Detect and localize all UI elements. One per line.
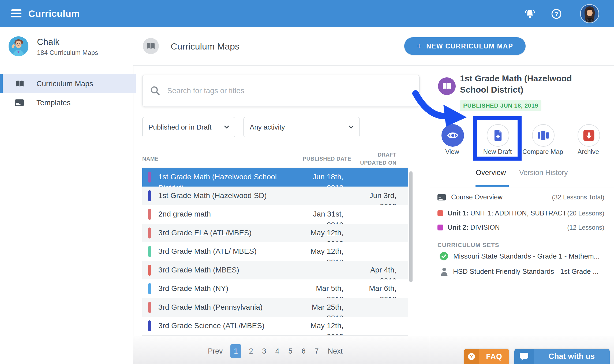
table-scrollbar[interactable] xyxy=(409,171,413,282)
active-tab-underline xyxy=(476,185,509,187)
pagination-page-active[interactable]: 1 xyxy=(230,344,241,358)
pagination-page[interactable]: 3 xyxy=(262,347,266,355)
row-color-bar xyxy=(148,246,151,257)
table-row[interactable]: 3rd Grade Math (NY) Mar 5th, 2019 Mar 6t… xyxy=(142,279,408,298)
pagination-prev[interactable]: Prev xyxy=(208,347,223,355)
status-filter-dropdown[interactable]: Published or in Draft xyxy=(142,117,235,137)
row-color-bar xyxy=(148,320,151,331)
curriculum-set-row[interactable]: Missouri State Standards - Grade 1 - Mat… xyxy=(439,252,611,261)
user-avatar[interactable] xyxy=(581,5,598,22)
table-row[interactable]: 3rd Grade Math (Pennsylvania) Mar 25th, … xyxy=(142,298,408,317)
row-color-bar xyxy=(148,172,151,183)
pagination-page[interactable]: 6 xyxy=(302,347,306,355)
tab-version-history[interactable]: Version History xyxy=(519,169,568,177)
lessons-total: (32 Lessons Total) xyxy=(552,194,604,201)
pagination-page[interactable]: 2 xyxy=(249,347,253,355)
unit-row[interactable]: Unit 2: DIVISION (12 Lessons) xyxy=(437,223,604,231)
chevron-down-icon xyxy=(224,126,229,129)
panel-divider xyxy=(430,65,430,364)
row-color-bar xyxy=(148,302,151,313)
column-header-published-date: PUBLISHED DATE xyxy=(294,155,351,163)
compare-columns-icon xyxy=(537,130,549,141)
chevron-down-icon xyxy=(349,126,354,129)
page-icon-circle xyxy=(143,38,159,54)
chat-with-us-button[interactable]: Chat with us xyxy=(514,349,610,364)
activity-filter-dropdown[interactable]: Any activity xyxy=(244,117,360,137)
tab-overview[interactable]: Overview xyxy=(476,169,506,177)
search-input[interactable]: Search for tags or titles xyxy=(142,75,420,107)
row-color-bar xyxy=(148,190,151,201)
table-row[interactable]: 3rd Grade ELA (ATL/MBES) May 12th, 2019 xyxy=(142,224,408,242)
column-header-draft-updated: DRAFT UPDATED ON xyxy=(351,151,396,167)
new-draft-label: New Draft xyxy=(481,148,514,156)
compare-map-button[interactable] xyxy=(532,124,555,147)
svg-text:?: ? xyxy=(555,11,558,17)
org-map-count: 184 Curriculum Maps xyxy=(37,49,98,56)
table-row[interactable]: 2nd grade math Jan 31st, 2019 xyxy=(142,205,408,224)
search-placeholder: Search for tags or titles xyxy=(167,86,244,95)
table-row[interactable]: 3rd Grade Math (MBES) Apr 4th, 2019 xyxy=(142,261,408,280)
eye-icon xyxy=(447,131,459,140)
new-curriculum-map-button[interactable]: + NEW CURRICULUM MAP xyxy=(404,37,526,55)
sidebar-item-templates[interactable]: Templates xyxy=(0,93,133,112)
template-card-icon xyxy=(15,99,25,106)
course-card-icon xyxy=(437,194,446,200)
pagination-next[interactable]: Next xyxy=(328,347,343,355)
pagination-page[interactable]: 5 xyxy=(289,347,293,355)
archive-box-icon xyxy=(583,130,595,141)
notifications-bell-icon[interactable] xyxy=(524,8,536,20)
new-draft-button[interactable] xyxy=(487,124,509,147)
unit-row[interactable]: Unit 1: UNIT 1: ADDITION, SUBTRACTI... (… xyxy=(437,209,604,217)
table-row[interactable]: 3rd Grade Science (ATL/MBES) May 12th, 2… xyxy=(142,317,408,335)
table-row[interactable]: 3rd Grade Math (ATL/ MBES) May 12th, 201… xyxy=(142,242,408,261)
book-icon xyxy=(15,80,25,88)
row-color-bar xyxy=(148,209,151,220)
sidebar-item-curriculum-maps[interactable]: Curriculum Maps xyxy=(0,74,136,93)
tabs-divider xyxy=(430,188,614,188)
row-color-bar xyxy=(148,283,151,294)
app-window: Curriculum ? xyxy=(0,0,614,364)
unit-color-square xyxy=(437,225,443,230)
column-header-name: NAME xyxy=(142,150,294,168)
published-badge: PUBLISHED JUN 18, 2019 xyxy=(460,100,541,111)
person-icon xyxy=(440,267,448,276)
unit-lessons-count: (12 Lessons) xyxy=(567,224,604,231)
chat-bubble-icon xyxy=(514,349,534,364)
unit-lessons-count: (20 Lessons) xyxy=(567,210,604,217)
view-button[interactable] xyxy=(441,124,464,147)
plus-icon: + xyxy=(417,41,422,51)
course-overview-row: Course Overview (32 Lessons Total) xyxy=(437,193,604,201)
hamburger-menu-icon[interactable] xyxy=(11,9,21,18)
book-icon xyxy=(146,42,155,50)
row-color-bar xyxy=(148,228,151,238)
sidebar-item-label: Templates xyxy=(36,98,71,107)
page-title: Curriculum Maps xyxy=(171,27,239,65)
table-row[interactable]: 1st Grade Math (Hazelwood SD) Jun 3rd, 2… xyxy=(142,187,408,205)
book-icon xyxy=(442,82,452,90)
help-icon[interactable]: ? xyxy=(551,8,562,20)
pagination-page[interactable]: 4 xyxy=(275,347,279,355)
new-document-icon xyxy=(493,130,503,141)
unit-color-square xyxy=(437,210,443,216)
top-bar xyxy=(0,0,614,27)
question-icon: ? xyxy=(464,349,479,364)
compare-map-label: Compare Map xyxy=(521,148,564,156)
table-header: NAME PUBLISHED DATE DRAFT UPDATED ON xyxy=(142,150,408,168)
app-title: Curriculum xyxy=(28,0,80,27)
curriculum-set-row[interactable]: HSD Student Friendly Standards - 1st Gra… xyxy=(439,267,611,276)
chalk-mascot-avatar xyxy=(9,36,28,56)
faq-button[interactable]: ? FAQ xyxy=(464,349,509,364)
map-icon-circle xyxy=(438,77,456,95)
archive-label: Archive xyxy=(575,148,602,156)
search-icon xyxy=(150,86,160,96)
archive-button[interactable] xyxy=(578,124,600,147)
svg-text:?: ? xyxy=(470,354,473,359)
pagination-page[interactable]: 7 xyxy=(315,347,319,355)
row-color-bar xyxy=(148,265,151,276)
table-row[interactable]: 1st Grade Math (Hazelwood School Distric… xyxy=(142,168,408,187)
pagination: Prev 1 2 3 4 5 6 7 Next xyxy=(142,344,408,358)
check-circle-icon xyxy=(439,252,448,261)
curriculum-sets-heading: CURRICULUM SETS xyxy=(437,242,499,249)
curriculum-maps-table: 1st Grade Math (Hazelwood School Distric… xyxy=(142,168,408,336)
selected-map-title: 1st Grade Math (Hazelwood School Distric… xyxy=(460,73,589,95)
